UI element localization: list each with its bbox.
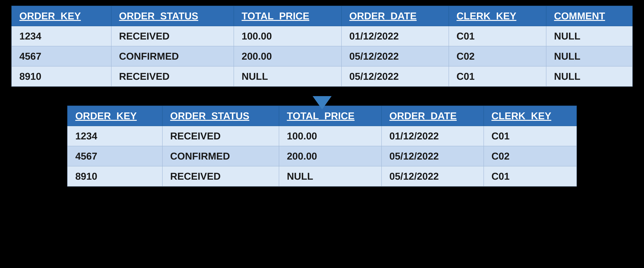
cell: 05/12/2022 <box>382 166 484 186</box>
bottom-table-body: 1234 RECEIVED 100.00 01/12/2022 C01 4567… <box>68 126 576 186</box>
cell: 1234 <box>68 126 162 146</box>
top-table-header: ORDER_KEY ORDER_STATUS TOTAL_PRICE ORDER… <box>12 6 632 26</box>
cell: NULL <box>234 66 342 86</box>
cell: 200.00 <box>279 146 382 166</box>
cell: 1234 <box>12 26 111 46</box>
cell: C01 <box>484 166 576 186</box>
cell: 4567 <box>12 46 111 66</box>
cell: 4567 <box>68 146 162 166</box>
table-row: 8910 RECEIVED NULL 05/12/2022 C01 <box>68 166 576 186</box>
bottom-table-container: ORDER_KEY ORDER_STATUS TOTAL_PRICE ORDER… <box>67 106 576 186</box>
cell: NULL <box>546 26 632 46</box>
cell: NULL <box>279 166 382 186</box>
table-row: 4567 CONFIRMED 200.00 05/12/2022 C02 <box>68 146 576 166</box>
cell: RECEIVED <box>111 26 234 46</box>
arrow-head <box>312 96 332 110</box>
cell: CONFIRMED <box>111 46 234 66</box>
cell: RECEIVED <box>111 66 234 86</box>
cell: C02 <box>484 146 576 166</box>
cell: 100.00 <box>279 126 382 146</box>
top-table-header-row: ORDER_KEY ORDER_STATUS TOTAL_PRICE ORDER… <box>12 6 632 26</box>
cell: 05/12/2022 <box>342 66 449 86</box>
bottom-col-order-date: ORDER_DATE <box>382 106 484 126</box>
top-col-comment: COMMENT <box>546 6 632 26</box>
cell: RECEIVED <box>162 126 279 146</box>
top-col-order-key: ORDER_KEY <box>12 6 111 26</box>
cell: 01/12/2022 <box>342 26 449 46</box>
top-table-container: ORDER_KEY ORDER_STATUS TOTAL_PRICE ORDER… <box>12 6 632 86</box>
cell: 8910 <box>68 166 162 186</box>
table-row: 8910 RECEIVED NULL 05/12/2022 C01 NULL <box>12 66 632 86</box>
arrow-container <box>314 86 330 106</box>
top-col-clerk-key: CLERK_KEY <box>449 6 546 26</box>
bottom-col-clerk-key: CLERK_KEY <box>484 106 576 126</box>
table-row: 4567 CONFIRMED 200.00 05/12/2022 C02 NUL… <box>12 46 632 66</box>
cell: NULL <box>546 46 632 66</box>
table-row: 1234 RECEIVED 100.00 01/12/2022 C01 <box>68 126 576 146</box>
top-col-order-date: ORDER_DATE <box>342 6 449 26</box>
top-table: ORDER_KEY ORDER_STATUS TOTAL_PRICE ORDER… <box>12 6 632 86</box>
cell: 05/12/2022 <box>342 46 449 66</box>
cell: 05/12/2022 <box>382 146 484 166</box>
cell: 200.00 <box>234 46 342 66</box>
top-col-order-status: ORDER_STATUS <box>111 6 234 26</box>
cell: C01 <box>449 66 546 86</box>
bottom-table: ORDER_KEY ORDER_STATUS TOTAL_PRICE ORDER… <box>67 106 576 186</box>
table-row: 1234 RECEIVED 100.00 01/12/2022 C01 NULL <box>12 26 632 46</box>
cell: C01 <box>484 126 576 146</box>
cell: 8910 <box>12 66 111 86</box>
bottom-table-wrapper: ORDER_KEY ORDER_STATUS TOTAL_PRICE ORDER… <box>12 106 632 186</box>
bottom-col-order-status: ORDER_STATUS <box>162 106 279 126</box>
top-col-total-price: TOTAL_PRICE <box>234 6 342 26</box>
cell: C01 <box>449 26 546 46</box>
cell: CONFIRMED <box>162 146 279 166</box>
cell: RECEIVED <box>162 166 279 186</box>
cell: C02 <box>449 46 546 66</box>
cell: 100.00 <box>234 26 342 46</box>
bottom-col-order-key: ORDER_KEY <box>68 106 162 126</box>
cell: NULL <box>546 66 632 86</box>
top-table-body: 1234 RECEIVED 100.00 01/12/2022 C01 NULL… <box>12 26 632 86</box>
cell: 01/12/2022 <box>382 126 484 146</box>
